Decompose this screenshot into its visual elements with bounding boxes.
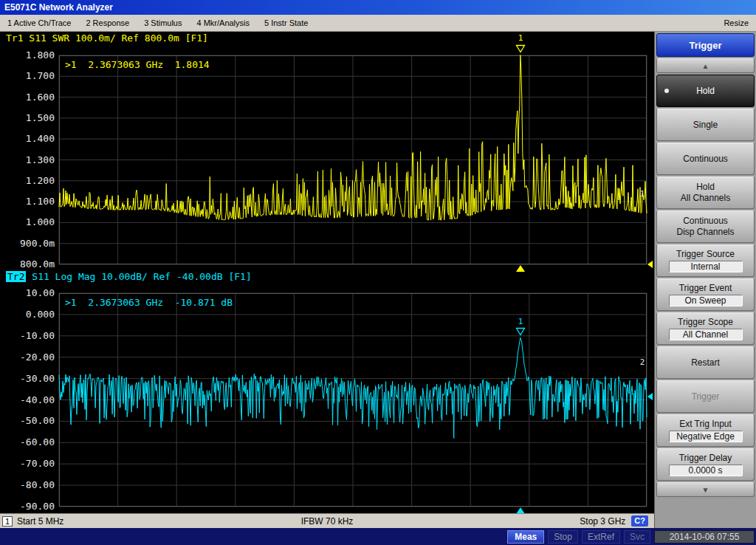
trace1-header: Tr1 S11 SWR 100.0m/ Ref 800.0m [F1]: [6, 32, 208, 44]
y-axis-tick-label: 1.400: [0, 133, 55, 145]
extref-status-indicator: ExtRef: [582, 530, 620, 544]
trace2-waveform: [59, 293, 647, 507]
resize-button[interactable]: Resize: [716, 15, 756, 31]
y-axis-tick-label: -80.00: [0, 479, 55, 491]
y-axis-tick-label: 1.200: [0, 175, 55, 187]
y-axis-tick-label: 1.800: [0, 49, 55, 61]
trigger-source-value: Internal: [669, 261, 743, 272]
softkey-menu-title: Trigger: [656, 33, 755, 57]
y-axis-tick-label: 0.000: [0, 309, 55, 321]
trace2-end-label: 2: [636, 357, 648, 367]
up-arrow-icon: ▲: [702, 62, 709, 70]
y-axis-tick-label: 800.0m: [0, 258, 55, 270]
trace1-end-label: 1: [636, 189, 648, 199]
softkey-label: Single: [693, 120, 718, 131]
marker2-symbol-icon: [515, 327, 526, 336]
trace2-marker-readout: >1 2.3673063 GHz -10.871 dB: [65, 297, 233, 308]
softkey-trigger-source[interactable]: Trigger SourceInternal: [656, 244, 755, 277]
y-axis-tick-label: -40.00: [0, 394, 55, 406]
softkey-label: Hold: [696, 182, 715, 193]
softkey-ext-trig-input[interactable]: Ext Trig InputNegative Edge: [656, 414, 755, 447]
y-axis-tick-label: -20.00: [0, 352, 55, 363]
measurement-status-badge: Meas: [507, 530, 544, 544]
trace1-name: Tr1: [6, 32, 23, 44]
y-axis-tick-label: -30.00: [0, 373, 55, 385]
softkey-label: Continuous: [683, 154, 728, 165]
sweep-status-indicator: Stop: [548, 530, 578, 544]
service-status-indicator: Svc: [624, 530, 650, 544]
y-axis-tick-label: 1.000: [0, 216, 55, 228]
trigger-event-value: On Sweep: [669, 295, 743, 306]
softkey-trigger[interactable]: Trigger: [656, 380, 755, 413]
y-axis-tick-label: 1.500: [0, 112, 55, 124]
sidebar-filler: [656, 498, 755, 527]
ifbw-label: IFBW 70 kHz: [0, 516, 654, 527]
softkey-restart[interactable]: Restart: [656, 346, 755, 379]
marker1-number-label: 1: [515, 33, 526, 43]
channel-status-bar: 1 Start 5 MHz IFBW 70 kHz Stop 3 GHz C?: [0, 513, 654, 528]
trace1-header-text: S11 SWR 100.0m/ Ref 800.0m [F1]: [23, 32, 207, 44]
trace2-plot: >1 2.3673063 GHz -10.871 dB: [59, 293, 647, 507]
menu-item-response[interactable]: 2 Response: [78, 15, 137, 31]
softkey-label: Hold: [696, 86, 715, 97]
menu-item-mkr-analysis[interactable]: 4 Mkr/Analysis: [189, 15, 257, 31]
y-axis-tick-label: -10.00: [0, 330, 55, 342]
softkey-label: Trigger Scope: [678, 317, 733, 328]
softkey-trigger-delay[interactable]: Trigger Delay0.0000 s: [656, 448, 755, 481]
trace2-ref-level-indicator-icon: [647, 393, 653, 400]
trace1-waveform: [59, 55, 647, 264]
softkey-label: Ext Trig Input: [679, 419, 732, 430]
softkey-label: Trigger Delay: [679, 453, 732, 464]
trace1-marker-readout: >1 2.3673063 GHz 1.8014: [65, 59, 210, 70]
y-axis-tick-label: 900.0m: [0, 238, 55, 250]
menu-item-stimulus[interactable]: 3 Stimulus: [137, 15, 189, 31]
trace2-name: Tr2: [6, 271, 26, 282]
softkey-label: Trigger Event: [679, 283, 732, 294]
softkey-continuous-disp-channels[interactable]: ContinuousDisp Channels: [656, 210, 755, 243]
y-axis-tick-label: 1.600: [0, 92, 55, 103]
softkey-hold-all-channels[interactable]: HoldAll Channels: [656, 176, 755, 209]
softkey-label: Restart: [691, 357, 720, 369]
marker1-symbol-icon: [515, 44, 526, 53]
softkey-scroll-down-button[interactable]: ▼: [656, 482, 755, 497]
trigger-delay-value: 0.0000 s: [669, 465, 743, 476]
softkey-label: Trigger Source: [676, 249, 735, 260]
softkey-label: Disp Channels: [676, 227, 734, 238]
softkey-trigger-scope[interactable]: Trigger ScopeAll Channel: [656, 312, 755, 345]
y-axis-tick-label: 1.700: [0, 70, 55, 82]
down-arrow-icon: ▼: [702, 486, 709, 494]
trace1-ref-level-indicator-icon: [647, 261, 653, 268]
softkey-single[interactable]: Single: [656, 109, 755, 141]
marker1-stimulus-indicator-icon: [516, 265, 525, 272]
softkey-hold[interactable]: Hold: [656, 75, 755, 107]
trace2-header-text: S11 Log Mag 10.00dB/ Ref -40.00dB [F1]: [26, 271, 251, 282]
instrument-screen: Tr1 S11 SWR 100.0m/ Ref 800.0m [F1] >1 2…: [0, 32, 654, 513]
softkey-label: Trigger: [692, 391, 720, 402]
y-axis-tick-label: -70.00: [0, 458, 55, 470]
app-window: E5071C Network Analyzer 1 Active Ch/Trac…: [0, 0, 756, 545]
softkey-label: All Channels: [681, 193, 730, 204]
y-axis-tick-label: 1.100: [0, 196, 55, 208]
datetime-display: 2014-10-06 07:55: [654, 530, 755, 544]
softkey-label: Continuous: [683, 216, 728, 227]
menu-item-instr-state[interactable]: 5 Instr State: [257, 15, 315, 31]
trigger-scope-value: All Channel: [669, 329, 743, 340]
softkey-continuous[interactable]: Continuous: [656, 143, 755, 175]
trace2-header: Tr2 S11 Log Mag 10.00dB/ Ref -40.00dB [F…: [6, 271, 252, 282]
window-titlebar: E5071C Network Analyzer: [0, 0, 756, 15]
softkey-sidebar: Trigger ▲ Hold Single Continuous HoldAll…: [654, 32, 756, 528]
y-axis-tick-label: 1.300: [0, 154, 55, 166]
menu-item-active-ch-trace[interactable]: 1 Active Ch/Trace: [0, 15, 78, 31]
instrument-status-bar: Meas Stop ExtRef Svc 2014-10-06 07:55: [0, 528, 756, 545]
marker2-number-label: 1: [515, 317, 526, 326]
menu-bar: 1 Active Ch/Trace 2 Response 3 Stimulus …: [0, 15, 756, 32]
y-axis-tick-label: -50.00: [0, 415, 55, 427]
ext-trig-input-value: Negative Edge: [669, 431, 743, 442]
y-axis-tick-label: -90.00: [0, 501, 55, 513]
trace1-plot: >1 2.3673063 GHz 1.8014: [59, 55, 647, 264]
y-axis-tick-label: 10.00: [0, 287, 55, 299]
softkey-trigger-event[interactable]: Trigger EventOn Sweep: [656, 278, 755, 311]
window-title: E5071C Network Analyzer: [4, 2, 113, 13]
softkey-scroll-up-button[interactable]: ▲: [656, 58, 755, 73]
y-axis-tick-label: -60.00: [0, 436, 55, 448]
